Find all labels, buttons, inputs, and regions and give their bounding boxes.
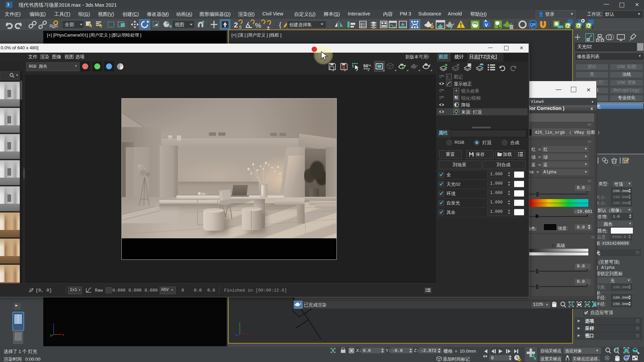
svg-text:QR: QR (530, 22, 536, 27)
svg-text:x: x (62, 333, 64, 337)
svg-text:x: x (249, 332, 251, 336)
svg-text:50: 50 (363, 63, 368, 68)
svg-text:i: i (447, 75, 448, 79)
svg-text:z: z (235, 333, 237, 337)
svg-text:y: y (239, 321, 240, 325)
svg-text:z: z (53, 323, 54, 326)
svg-text:%: % (368, 64, 371, 67)
svg-text:y: y (50, 333, 52, 337)
svg-text:V: V (485, 22, 488, 28)
